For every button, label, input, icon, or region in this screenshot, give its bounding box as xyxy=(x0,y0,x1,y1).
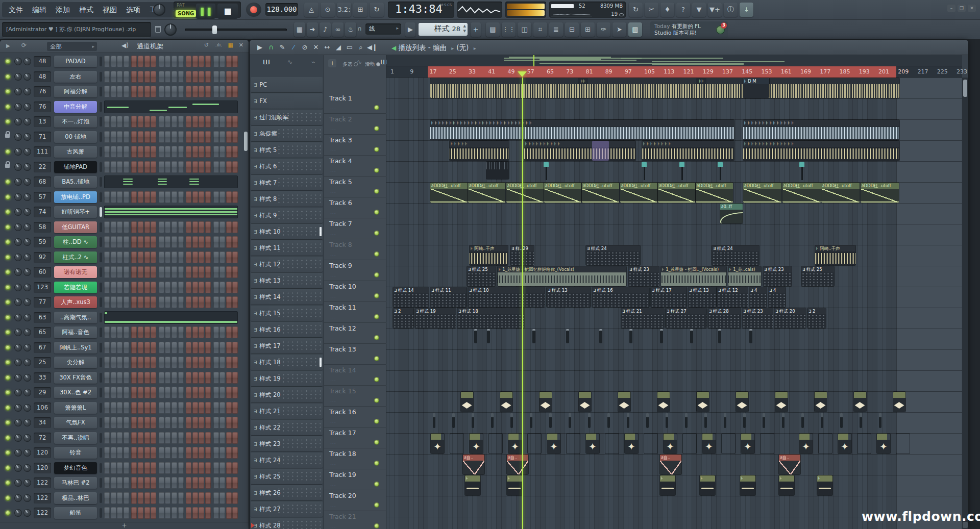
channel-button[interactable]: 气氛FX xyxy=(54,417,97,429)
clip[interactable] xyxy=(821,413,823,428)
clip[interactable] xyxy=(819,434,832,454)
channel-target-number[interactable]: 34 xyxy=(34,417,51,428)
step-cell[interactable] xyxy=(178,462,184,474)
pattern-item[interactable]: ∃样式 7 xyxy=(251,175,323,190)
step-cell[interactable] xyxy=(144,447,150,459)
step-cell[interactable] xyxy=(117,236,122,248)
step-cell[interactable] xyxy=(186,372,191,384)
step-cell[interactable] xyxy=(111,326,116,338)
step-cell[interactable] xyxy=(213,251,219,263)
step-cell[interactable] xyxy=(232,492,238,504)
step-cell[interactable] xyxy=(192,372,198,384)
volume-knob[interactable] xyxy=(23,133,31,141)
step-cell[interactable] xyxy=(151,86,156,97)
clip[interactable] xyxy=(472,413,474,428)
step-cell[interactable] xyxy=(117,296,122,308)
step-cell[interactable] xyxy=(192,131,198,143)
zoom-icon[interactable]: ⌕ xyxy=(356,42,366,53)
step-cell[interactable] xyxy=(165,372,170,384)
step-cell[interactable] xyxy=(199,116,204,128)
clip[interactable]: ◆ xyxy=(618,392,630,412)
pattern-item[interactable]: ∃样式 14 xyxy=(251,289,323,305)
channel-target-number[interactable]: 65 xyxy=(34,327,51,338)
step-cell[interactable] xyxy=(186,417,191,429)
step-cell[interactable] xyxy=(104,282,110,293)
step-cell[interactable] xyxy=(199,326,204,338)
clip[interactable] xyxy=(430,78,899,98)
step-cell[interactable] xyxy=(138,131,143,143)
step-cell[interactable] xyxy=(213,507,219,519)
step-cell[interactable] xyxy=(219,131,225,143)
step-cell[interactable] xyxy=(205,56,211,67)
step-cell[interactable] xyxy=(178,56,184,67)
step-cell[interactable] xyxy=(131,266,137,278)
step-cell[interactable] xyxy=(178,342,184,354)
track-led[interactable] xyxy=(374,189,379,194)
step-cell[interactable] xyxy=(186,86,191,97)
step-cell[interactable] xyxy=(144,492,150,504)
step-cell[interactable] xyxy=(151,492,156,504)
hint-knob[interactable] xyxy=(153,4,165,16)
step-cell[interactable] xyxy=(144,326,150,338)
mixer-icon[interactable]: ≣ xyxy=(549,22,563,37)
pan-knob[interactable] xyxy=(14,344,22,351)
step-cell[interactable] xyxy=(144,387,150,398)
step-cell[interactable] xyxy=(172,492,177,504)
step-cell[interactable] xyxy=(205,357,211,368)
step-cell[interactable] xyxy=(226,71,232,83)
track-header[interactable]: Track 1... xyxy=(324,93,386,114)
step-cell[interactable] xyxy=(199,387,204,398)
track-header[interactable]: Track 4... xyxy=(324,156,386,177)
step-cell[interactable] xyxy=(104,372,110,384)
step-cell[interactable] xyxy=(219,432,225,444)
clip[interactable]: ✦ xyxy=(838,434,851,454)
step-cell[interactable] xyxy=(144,221,150,233)
channel-mute-slot[interactable] xyxy=(100,328,102,337)
clip[interactable] xyxy=(801,413,804,428)
step-cell[interactable] xyxy=(199,357,204,368)
channel-button[interactable]: 尖分解 xyxy=(54,357,97,368)
step-cell[interactable] xyxy=(131,236,137,248)
clip[interactable] xyxy=(749,329,752,343)
channel-led[interactable] xyxy=(5,59,11,64)
step-cell[interactable] xyxy=(219,56,225,67)
step-cell[interactable] xyxy=(138,282,143,293)
step-cell[interactable] xyxy=(213,191,219,203)
step-cell[interactable] xyxy=(165,161,170,173)
volume-knob[interactable] xyxy=(23,223,31,231)
step-cell[interactable] xyxy=(213,266,219,278)
pan-knob[interactable] xyxy=(14,238,22,246)
step-cell[interactable] xyxy=(178,387,184,398)
channel-mute-slot[interactable] xyxy=(100,72,102,82)
channel-target-number[interactable]: 59 xyxy=(34,237,51,247)
browser-icon[interactable]: ⊟ xyxy=(565,22,579,37)
clip[interactable] xyxy=(879,413,881,428)
track-led[interactable] xyxy=(374,168,379,173)
step-cell[interactable] xyxy=(159,432,164,444)
step-cell[interactable] xyxy=(199,236,204,248)
pan-knob[interactable] xyxy=(14,268,22,276)
mute-icon[interactable]: ✕ xyxy=(311,42,321,53)
channel-mute-slot[interactable] xyxy=(100,418,102,427)
step-cell[interactable] xyxy=(144,146,150,158)
pattern-item[interactable]: ∃样式 5 xyxy=(251,142,323,158)
step-cell[interactable] xyxy=(232,191,238,203)
step-cell[interactable] xyxy=(124,357,129,368)
step-cell[interactable] xyxy=(124,116,129,128)
step-cell[interactable] xyxy=(144,296,150,308)
channel-target-number[interactable]: 48 xyxy=(34,71,51,82)
track-led[interactable] xyxy=(374,210,379,215)
step-cell[interactable] xyxy=(205,161,211,173)
clip[interactable] xyxy=(450,434,463,454)
step-cell[interactable] xyxy=(199,342,204,354)
step-cell[interactable] xyxy=(117,131,122,143)
channel-target-number[interactable]: 122 xyxy=(34,508,51,518)
channel-button[interactable]: 不再..说唱 xyxy=(54,432,97,444)
step-cell[interactable] xyxy=(192,402,198,414)
step-cell[interactable] xyxy=(178,477,184,489)
step-cell[interactable] xyxy=(131,191,137,203)
clip[interactable] xyxy=(743,413,746,428)
volume-knob[interactable] xyxy=(23,404,31,412)
clip[interactable]: ∂DDD柱..utoff xyxy=(658,183,695,203)
clip[interactable]: ⊦ xyxy=(507,475,522,495)
